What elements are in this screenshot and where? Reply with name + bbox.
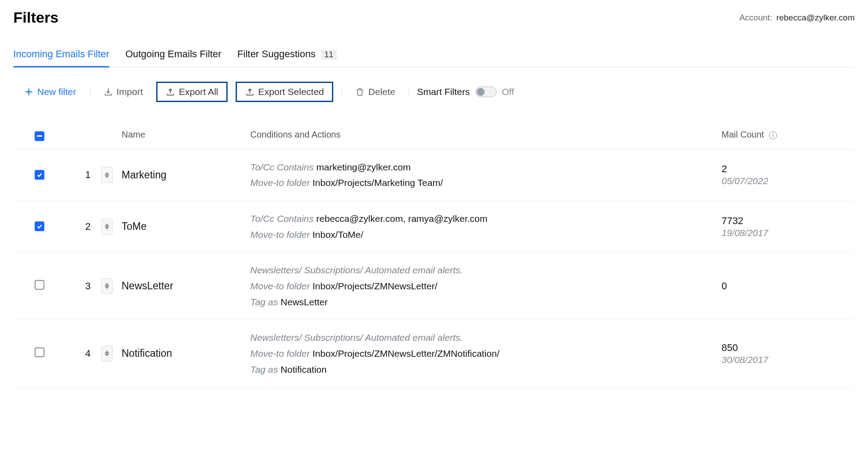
chevron-down-icon <box>105 175 109 178</box>
toolbar: New filter Import Export All Export Sele… <box>13 82 855 102</box>
row-checkbox[interactable] <box>35 280 44 290</box>
separator <box>341 87 342 97</box>
info-icon[interactable]: i <box>769 131 777 139</box>
action-line: Move-to folderInbox/ToMe/ <box>250 227 722 243</box>
action-line: Tag asNotification <box>250 362 722 378</box>
reorder-handle[interactable] <box>101 278 113 294</box>
header: Filters Account: rebecca@zylker.com <box>13 9 855 26</box>
tab-outgoing[interactable]: Outgoing Emails Filter <box>125 48 221 67</box>
chevron-up-icon <box>105 172 109 175</box>
new-filter-label: New filter <box>37 87 76 97</box>
table-row: 1MarketingTo/Cc Containsmarketing@zylker… <box>13 150 855 201</box>
row-index: 1 <box>75 169 101 181</box>
plus-icon <box>24 87 34 97</box>
row-checkbox[interactable] <box>35 170 44 180</box>
delete-label: Delete <box>368 87 395 97</box>
mail-count-date: 30/08/2017 <box>722 355 855 365</box>
export-all-button[interactable]: Export All <box>156 82 228 102</box>
mail-count: 850 <box>722 342 855 354</box>
reorder-handle[interactable] <box>101 219 113 235</box>
condition-label: Tag as <box>250 364 278 374</box>
minus-icon <box>37 135 42 137</box>
account-label: Account: <box>739 13 772 22</box>
filter-name: ToMe <box>122 221 250 233</box>
condition-label: Move-to folder <box>250 348 310 359</box>
check-icon <box>36 223 43 229</box>
condition-note: Newsletters/ Subscriptions/ Automated em… <box>250 330 722 346</box>
toggle-knob <box>477 88 485 96</box>
condition-value: NewsLetter <box>280 297 327 307</box>
reorder-handle[interactable] <box>101 346 113 362</box>
smart-filters-toggle[interactable] <box>475 87 497 97</box>
filter-name: Notification <box>122 347 250 359</box>
tab-suggestions-count: 11 <box>321 50 337 60</box>
table-row: 4NotificationNewsletters/ Subscriptions/… <box>13 320 855 387</box>
action-line: Move-to folderInbox/Projects/ZMNewsLette… <box>250 278 722 294</box>
condition-value: Inbox/ToMe/ <box>312 229 363 240</box>
chevron-up-icon <box>105 283 109 286</box>
column-conditions: Conditions and Actions <box>250 130 722 140</box>
import-label: Import <box>117 87 143 97</box>
page-title: Filters <box>13 9 59 26</box>
column-name: Name <box>122 130 250 140</box>
condition-label: To/Cc Contains <box>250 162 314 172</box>
select-all-checkbox[interactable] <box>35 131 44 141</box>
account-email: rebecca@zylker.com <box>776 13 855 22</box>
trash-icon <box>355 87 365 97</box>
condition-value: Inbox/Projects/ZMNewsLetter/ <box>312 281 437 291</box>
filter-name: NewsLetter <box>122 280 250 292</box>
condition-value: marketing@zylker.com <box>316 162 411 172</box>
separator <box>90 87 90 97</box>
condition-label: Move-to folder <box>250 177 310 188</box>
action-line: Tag asNewsLetter <box>250 294 722 310</box>
account-info: Account: rebecca@zylker.com <box>739 13 855 23</box>
filter-name: Marketing <box>122 169 250 181</box>
export-selected-button[interactable]: Export Selected <box>236 82 333 102</box>
delete-button[interactable]: Delete <box>350 83 401 101</box>
smart-filters-label: Smart Filters <box>417 87 470 97</box>
condition-value: Inbox/Projects/Marketing Team/ <box>312 177 443 188</box>
smart-filters-control: Smart Filters Off <box>417 87 514 97</box>
action-line: Move-to folderInbox/Projects/ZMNewsLette… <box>250 346 722 362</box>
chevron-up-icon <box>105 224 109 226</box>
condition-value: rebecca@zylker.com, ramya@zylker.com <box>316 213 488 224</box>
row-index: 2 <box>75 221 101 233</box>
check-icon <box>36 172 43 178</box>
export-all-label: Export All <box>179 87 218 97</box>
condition-note: Newsletters/ Subscriptions/ Automated em… <box>250 262 722 278</box>
smart-filters-state: Off <box>502 87 514 97</box>
export-selected-label: Export Selected <box>258 87 324 97</box>
tab-suggestions[interactable]: Filter Suggestions 11 <box>237 48 337 67</box>
action-line: Move-to folderInbox/Projects/Marketing T… <box>250 175 722 191</box>
mail-count: 0 <box>722 280 855 292</box>
reorder-handle[interactable] <box>101 167 113 183</box>
chevron-up-icon <box>105 351 109 353</box>
column-mail-count: Mail Count <box>722 130 764 139</box>
condition-value: Inbox/Projects/ZMNewsLetter/ZMNotificati… <box>312 348 499 359</box>
condition-label: Tag as <box>250 297 278 307</box>
chevron-down-icon <box>105 354 109 356</box>
chevron-down-icon <box>105 227 109 229</box>
mail-count-date: 19/08/2017 <box>722 228 855 238</box>
row-index: 4 <box>75 348 101 359</box>
table-row: 2ToMeTo/Cc Containsrebecca@zylker.com, r… <box>13 201 855 252</box>
chevron-down-icon <box>105 286 109 289</box>
tab-suggestions-label: Filter Suggestions <box>237 48 316 59</box>
import-button[interactable]: Import <box>98 83 149 101</box>
mail-count: 2 <box>722 163 855 175</box>
row-checkbox[interactable] <box>35 347 44 357</box>
condition-line: To/Cc Containsrebecca@zylker.com, ramya@… <box>250 211 722 227</box>
tabs: Incoming Emails Filter Outgoing Emails F… <box>13 48 855 67</box>
mail-count: 7732 <box>722 215 855 227</box>
condition-label: Move-to folder <box>250 281 310 291</box>
table-row: 3NewsLetterNewsletters/ Subscriptions/ A… <box>13 252 855 320</box>
mail-count-date: 05/07/2022 <box>722 176 855 186</box>
table-body: 1MarketingTo/Cc Containsmarketing@zylker… <box>13 150 855 388</box>
export-icon <box>166 87 175 97</box>
condition-label: To/Cc Contains <box>250 213 314 224</box>
condition-line: To/Cc Containsmarketing@zylker.com <box>250 159 722 175</box>
table-header: Name Conditions and Actions Mail Count i <box>13 121 855 150</box>
tab-incoming[interactable]: Incoming Emails Filter <box>13 48 109 67</box>
new-filter-button[interactable]: New filter <box>19 83 82 101</box>
row-checkbox[interactable] <box>35 221 44 231</box>
